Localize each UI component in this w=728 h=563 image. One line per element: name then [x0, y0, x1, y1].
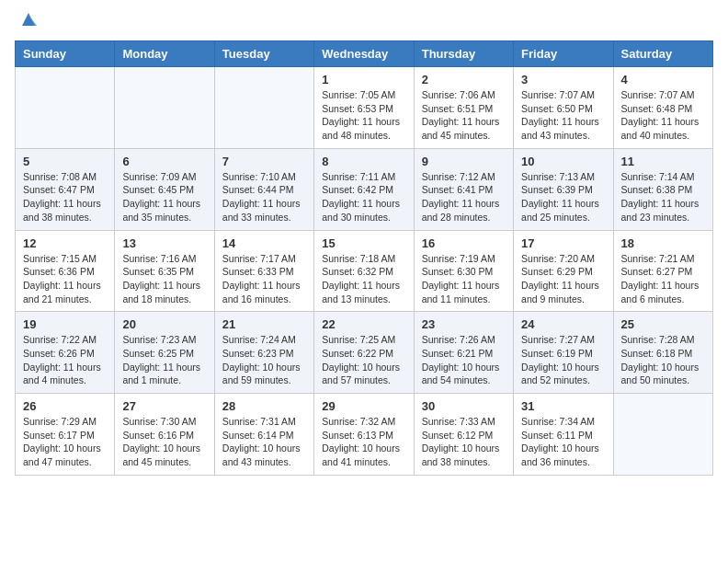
day-number: 5: [23, 155, 107, 168]
day-number: 29: [322, 399, 405, 413]
calendar-cell: 31Sunrise: 7:34 AM Sunset: 6:11 PM Dayli…: [514, 394, 613, 476]
day-number: 30: [422, 399, 506, 413]
calendar-cell: 3Sunrise: 7:07 AM Sunset: 6:50 PM Daylig…: [514, 67, 613, 149]
calendar-cell: 30Sunrise: 7:33 AM Sunset: 6:12 PM Dayli…: [414, 394, 513, 476]
day-info: Sunrise: 7:32 AM Sunset: 6:13 PM Dayligh…: [322, 416, 400, 467]
calendar-cell: [613, 394, 712, 476]
calendar-cell: 16Sunrise: 7:19 AM Sunset: 6:30 PM Dayli…: [414, 230, 513, 312]
day-info: Sunrise: 7:18 AM Sunset: 6:32 PM Dayligh…: [322, 253, 400, 304]
day-info: Sunrise: 7:20 AM Sunset: 6:29 PM Dayligh…: [521, 253, 599, 304]
day-info: Sunrise: 7:29 AM Sunset: 6:17 PM Dayligh…: [23, 416, 101, 467]
day-number: 23: [422, 317, 506, 331]
calendar-cell: 23Sunrise: 7:26 AM Sunset: 6:21 PM Dayli…: [414, 312, 513, 394]
calendar-cell: 9Sunrise: 7:12 AM Sunset: 6:41 PM Daylig…: [414, 148, 513, 230]
day-number: 28: [222, 399, 306, 413]
calendar-cell: 10Sunrise: 7:13 AM Sunset: 6:39 PM Dayli…: [514, 148, 613, 230]
calendar-cell: 20Sunrise: 7:23 AM Sunset: 6:25 PM Dayli…: [115, 312, 214, 394]
week-row-2: 5Sunrise: 7:08 AM Sunset: 6:47 PM Daylig…: [16, 148, 713, 230]
day-number: 3: [521, 73, 605, 86]
logo-icon: [18, 9, 39, 29]
day-number: 31: [521, 399, 605, 413]
day-info: Sunrise: 7:27 AM Sunset: 6:19 PM Dayligh…: [521, 334, 599, 385]
calendar-cell: 2Sunrise: 7:06 AM Sunset: 6:51 PM Daylig…: [414, 67, 513, 149]
logo: [15, 15, 39, 29]
day-number: 19: [23, 317, 107, 331]
calendar-cell: 17Sunrise: 7:20 AM Sunset: 6:29 PM Dayli…: [514, 230, 613, 312]
day-number: 10: [521, 155, 605, 168]
weekday-header-saturday: Saturday: [613, 41, 712, 67]
weekday-header-row: SundayMondayTuesdayWednesdayThursdayFrid…: [16, 41, 713, 67]
calendar-cell: 19Sunrise: 7:22 AM Sunset: 6:26 PM Dayli…: [16, 312, 115, 394]
day-number: 13: [122, 236, 206, 250]
day-info: Sunrise: 7:09 AM Sunset: 6:45 PM Dayligh…: [122, 171, 200, 223]
calendar-cell: 22Sunrise: 7:25 AM Sunset: 6:22 PM Dayli…: [314, 312, 414, 394]
calendar-cell: 11Sunrise: 7:14 AM Sunset: 6:38 PM Dayli…: [613, 148, 712, 230]
day-number: 25: [621, 317, 705, 331]
day-number: 17: [521, 236, 605, 250]
calendar-cell: 26Sunrise: 7:29 AM Sunset: 6:17 PM Dayli…: [16, 394, 115, 476]
calendar-cell: 5Sunrise: 7:08 AM Sunset: 6:47 PM Daylig…: [16, 148, 115, 230]
day-info: Sunrise: 7:25 AM Sunset: 6:22 PM Dayligh…: [322, 334, 400, 385]
calendar-cell: 24Sunrise: 7:27 AM Sunset: 6:19 PM Dayli…: [514, 312, 613, 394]
day-number: 2: [422, 73, 506, 86]
calendar-cell: [115, 67, 214, 149]
day-info: Sunrise: 7:28 AM Sunset: 6:18 PM Dayligh…: [621, 334, 700, 385]
day-info: Sunrise: 7:06 AM Sunset: 6:51 PM Dayligh…: [422, 89, 500, 141]
weekday-header-friday: Friday: [514, 41, 613, 67]
day-number: 4: [621, 73, 705, 86]
weekday-header-monday: Monday: [115, 41, 214, 67]
day-info: Sunrise: 7:17 AM Sunset: 6:33 PM Dayligh…: [222, 253, 301, 304]
calendar-cell: 25Sunrise: 7:28 AM Sunset: 6:18 PM Dayli…: [613, 312, 712, 394]
day-number: 9: [422, 155, 506, 168]
day-info: Sunrise: 7:31 AM Sunset: 6:14 PM Dayligh…: [222, 416, 301, 467]
day-info: Sunrise: 7:21 AM Sunset: 6:27 PM Dayligh…: [621, 253, 700, 304]
calendar-cell: 8Sunrise: 7:11 AM Sunset: 6:42 PM Daylig…: [314, 148, 414, 230]
day-info: Sunrise: 7:26 AM Sunset: 6:21 PM Dayligh…: [422, 334, 500, 385]
week-row-5: 26Sunrise: 7:29 AM Sunset: 6:17 PM Dayli…: [16, 394, 713, 476]
day-info: Sunrise: 7:15 AM Sunset: 6:36 PM Dayligh…: [23, 253, 101, 304]
day-number: 8: [322, 155, 405, 168]
day-info: Sunrise: 7:14 AM Sunset: 6:38 PM Dayligh…: [621, 171, 700, 223]
day-number: 12: [23, 236, 107, 250]
calendar-cell: 27Sunrise: 7:30 AM Sunset: 6:16 PM Dayli…: [115, 394, 214, 476]
day-info: Sunrise: 7:16 AM Sunset: 6:35 PM Dayligh…: [122, 253, 200, 304]
week-row-4: 19Sunrise: 7:22 AM Sunset: 6:26 PM Dayli…: [16, 312, 713, 394]
calendar-cell: 14Sunrise: 7:17 AM Sunset: 6:33 PM Dayli…: [214, 230, 313, 312]
calendar-table: SundayMondayTuesdayWednesdayThursdayFrid…: [15, 40, 713, 476]
day-info: Sunrise: 7:23 AM Sunset: 6:25 PM Dayligh…: [122, 334, 200, 385]
calendar-cell: 4Sunrise: 7:07 AM Sunset: 6:48 PM Daylig…: [613, 67, 712, 149]
day-info: Sunrise: 7:13 AM Sunset: 6:39 PM Dayligh…: [521, 171, 599, 223]
calendar-cell: 18Sunrise: 7:21 AM Sunset: 6:27 PM Dayli…: [613, 230, 712, 312]
day-info: Sunrise: 7:30 AM Sunset: 6:16 PM Dayligh…: [122, 416, 200, 467]
day-number: 21: [222, 317, 306, 331]
day-number: 14: [222, 236, 306, 250]
calendar-cell: 6Sunrise: 7:09 AM Sunset: 6:45 PM Daylig…: [115, 148, 214, 230]
day-info: Sunrise: 7:07 AM Sunset: 6:48 PM Dayligh…: [621, 89, 700, 141]
calendar-cell: [16, 67, 115, 149]
page-header: [15, 15, 713, 29]
weekday-header-tuesday: Tuesday: [214, 41, 313, 67]
day-info: Sunrise: 7:12 AM Sunset: 6:41 PM Dayligh…: [422, 171, 500, 223]
week-row-1: 1Sunrise: 7:05 AM Sunset: 6:53 PM Daylig…: [16, 67, 713, 149]
calendar-cell: 28Sunrise: 7:31 AM Sunset: 6:14 PM Dayli…: [214, 394, 313, 476]
day-number: 6: [122, 155, 206, 168]
calendar-cell: 12Sunrise: 7:15 AM Sunset: 6:36 PM Dayli…: [16, 230, 115, 312]
day-info: Sunrise: 7:34 AM Sunset: 6:11 PM Dayligh…: [521, 416, 599, 467]
day-number: 7: [222, 155, 306, 168]
day-number: 11: [621, 155, 705, 168]
day-number: 20: [122, 317, 206, 331]
day-info: Sunrise: 7:11 AM Sunset: 6:42 PM Dayligh…: [322, 171, 400, 223]
day-info: Sunrise: 7:33 AM Sunset: 6:12 PM Dayligh…: [422, 416, 500, 467]
day-number: 1: [322, 73, 405, 86]
day-info: Sunrise: 7:24 AM Sunset: 6:23 PM Dayligh…: [222, 334, 301, 385]
calendar-cell: 1Sunrise: 7:05 AM Sunset: 6:53 PM Daylig…: [314, 67, 414, 149]
day-info: Sunrise: 7:19 AM Sunset: 6:30 PM Dayligh…: [422, 253, 500, 304]
day-number: 24: [521, 317, 605, 331]
day-info: Sunrise: 7:10 AM Sunset: 6:44 PM Dayligh…: [222, 171, 301, 223]
calendar-cell: [214, 67, 313, 149]
day-number: 16: [422, 236, 506, 250]
day-number: 22: [322, 317, 405, 331]
day-info: Sunrise: 7:08 AM Sunset: 6:47 PM Dayligh…: [23, 171, 101, 223]
day-info: Sunrise: 7:05 AM Sunset: 6:53 PM Dayligh…: [322, 89, 400, 141]
calendar-cell: 15Sunrise: 7:18 AM Sunset: 6:32 PM Dayli…: [314, 230, 414, 312]
